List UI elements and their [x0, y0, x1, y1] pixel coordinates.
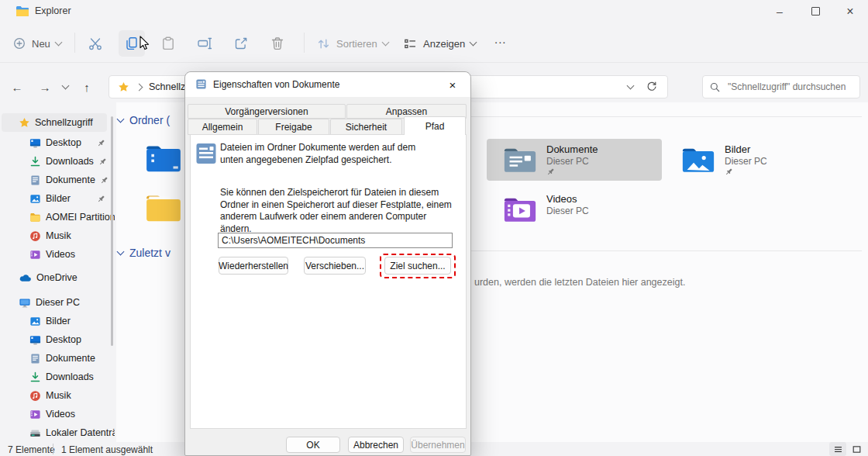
sidebar-item-musik[interactable]: Musik: [0, 226, 115, 245]
sidebar-item-aomei-partition[interactable]: AOMEI Partition: [0, 208, 115, 226]
sidebar-item-bilder[interactable]: Bilder: [0, 189, 115, 208]
sidebar-item-label: Musik: [46, 230, 71, 241]
sidebar-item-label: Lokaler Datenträ: [46, 427, 115, 438]
target-path-input[interactable]: [218, 233, 453, 248]
chevron-down-icon: [470, 39, 477, 47]
button-label: OK: [306, 440, 319, 451]
details-view-button[interactable]: [829, 442, 846, 456]
up-button[interactable]: ↑: [76, 76, 98, 98]
minimize-icon: –: [777, 5, 783, 18]
minimize-button[interactable]: –: [762, 0, 797, 22]
sidebar-item-label: Videos: [46, 409, 75, 420]
cut-button[interactable]: [88, 36, 103, 51]
sidebar-item-dokumente-pc[interactable]: Dokumente: [0, 349, 115, 368]
documents-target-icon: [196, 143, 216, 164]
tile-videos[interactable]: Videos Dieser PC: [487, 188, 662, 230]
videos-folder-icon: [502, 193, 538, 226]
dialog-close-button[interactable]: ×: [443, 75, 463, 94]
sidebar-item-dokumente[interactable]: Dokumente: [0, 171, 115, 189]
sidebar-item-label: Downloads: [46, 156, 94, 167]
tab-freigabe[interactable]: Freigabe: [258, 119, 329, 135]
sidebar-item-videos-pc[interactable]: Videos: [0, 405, 115, 423]
sidebar-item-onedrive[interactable]: OneDrive: [0, 268, 115, 287]
tab-sicherheit[interactable]: Sicherheit: [330, 119, 402, 135]
tab-vorgaengerversionen[interactable]: Vorgängerversionen: [188, 104, 346, 119]
collapse-chevron-icon: [117, 248, 125, 256]
sidebar-item-desktop[interactable]: Desktop: [0, 133, 115, 152]
copy-button[interactable]: [124, 36, 140, 51]
search-box[interactable]: [702, 75, 860, 98]
rename-button[interactable]: [197, 36, 212, 51]
folder-tile-icon-yellow[interactable]: [144, 191, 183, 225]
folder-tile-icon-blue[interactable]: [144, 141, 183, 175]
view-button[interactable]: Anzeigen: [403, 30, 476, 57]
scissors-icon: [88, 36, 103, 51]
close-button[interactable]: ×: [832, 0, 868, 22]
sidebar-item-label: Downloads: [46, 371, 94, 382]
tile-name: Dokumente: [546, 143, 598, 156]
tab-pfad[interactable]: Pfad: [404, 116, 466, 135]
more-options-button[interactable]: ...: [494, 26, 507, 52]
sidebar-item-bilder-pc[interactable]: Bilder: [0, 312, 115, 330]
pictures-icon: [29, 193, 41, 205]
ok-button[interactable]: OK: [286, 437, 340, 453]
apply-button[interactable]: Übernehmen: [410, 437, 466, 453]
dialog-title-bar: Eigenschaften von Dokumente ×: [185, 72, 470, 97]
restore-default-button[interactable]: Wiederherstellen: [219, 257, 288, 275]
section-divider: [471, 250, 862, 251]
sidebar-item-musik-pc[interactable]: Musik: [0, 386, 115, 405]
close-icon: ×: [450, 78, 456, 92]
address-dropdown-chevron-icon[interactable]: [627, 82, 635, 90]
move-button[interactable]: Verschieben...: [304, 257, 366, 275]
tile-dokumente[interactable]: Dokumente Dieser PC: [487, 139, 662, 181]
sidebar-scrollbar[interactable]: [111, 116, 113, 346]
quick-access-star-icon: [118, 81, 129, 93]
thumbnail-view-icon: [852, 444, 862, 454]
find-target-button[interactable]: Ziel suchen...: [384, 257, 451, 275]
section-header-ordner[interactable]: Ordner (: [118, 114, 170, 126]
search-input[interactable]: [726, 81, 853, 93]
new-button[interactable]: Neu: [12, 30, 61, 57]
refresh-button[interactable]: [646, 81, 658, 93]
paste-button[interactable]: [160, 36, 176, 51]
sidebar-item-downloads[interactable]: Downloads: [0, 152, 115, 171]
sidebar-item-dieser-pc[interactable]: Dieser PC: [0, 293, 115, 312]
desktop-icon: [29, 334, 41, 346]
toolbar-divider: [74, 33, 75, 53]
selection-count-label: 1 Element ausgewählt: [61, 444, 153, 455]
section-header-zuletzt-verwendet[interactable]: Zuletzt v: [118, 247, 170, 259]
recent-locations-button[interactable]: [57, 76, 73, 98]
button-label: Übernehmen: [411, 440, 464, 451]
delete-button[interactable]: [270, 36, 285, 51]
tab-label: Anpassen: [386, 106, 427, 117]
back-button[interactable]: ←: [6, 76, 28, 98]
sidebar-item-lokaler-datentraeger[interactable]: Lokaler Datenträ: [0, 423, 115, 442]
pin-icon: [97, 139, 105, 147]
forward-button[interactable]: →: [34, 76, 56, 98]
explorer-window: Explorer – × Neu Sortieren: [0, 0, 868, 456]
sidebar-item-desktop-pc[interactable]: Desktop: [0, 330, 115, 349]
trash-icon: [270, 36, 285, 51]
plus-circle-icon: [12, 36, 26, 50]
downloads-icon: [29, 371, 41, 383]
downloads-icon: [29, 156, 41, 168]
pin-icon: [97, 195, 105, 203]
sidebar-item-schnellzugriff[interactable]: Schnellzugriff: [2, 113, 107, 132]
sidebar-item-downloads-pc[interactable]: Downloads: [0, 368, 115, 386]
sort-button[interactable]: Sortieren: [316, 30, 388, 57]
thumbnail-view-button[interactable]: [848, 442, 865, 456]
sidebar-item-label: Dokumente: [46, 174, 95, 185]
share-button[interactable]: [233, 36, 249, 51]
tile-name: Videos: [546, 193, 589, 206]
tile-bilder[interactable]: Bilder Dieser PC: [665, 139, 840, 181]
tile-location: Dieser PC: [725, 156, 767, 168]
dialog-description-text: Sie können den Zielspeicherort für Datei…: [220, 187, 459, 235]
chevron-down-icon: [381, 39, 389, 47]
cancel-button[interactable]: Abbrechen: [348, 437, 404, 453]
breadcrumb-separator-icon: [136, 83, 143, 91]
sidebar-item-videos[interactable]: Videos: [0, 245, 115, 264]
window-title: Explorer: [35, 5, 71, 16]
tab-allgemein[interactable]: Allgemein: [188, 119, 257, 135]
maximize-button[interactable]: [797, 0, 833, 22]
dialog-intro-text: Dateien im Ordner Dokumente werden auf d…: [220, 142, 441, 166]
